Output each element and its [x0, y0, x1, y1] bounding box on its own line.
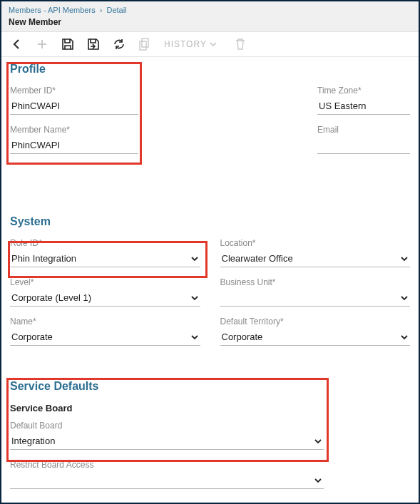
restrict-board-label: Restrict Board Access	[10, 460, 324, 470]
service-defaults-title: Service Defaults	[10, 380, 410, 393]
system-title: System	[10, 215, 410, 228]
default-board-select[interactable]	[11, 436, 311, 446]
role-id-label: Role ID*	[10, 238, 200, 248]
page-title: New Member	[9, 17, 411, 27]
back-icon[interactable]	[10, 38, 23, 51]
name-label: Name*	[10, 317, 200, 326]
member-name-input[interactable]	[11, 140, 137, 150]
copy-icon	[138, 38, 151, 51]
system-section: System Role ID* Level*	[10, 215, 410, 356]
location-select[interactable]	[222, 253, 398, 264]
refresh-icon[interactable]	[113, 38, 126, 51]
time-zone-label: Time Zone*	[317, 86, 410, 96]
chevron-down-icon[interactable]	[400, 333, 409, 341]
member-id-field: Member ID*	[10, 86, 138, 115]
business-unit-select[interactable]	[222, 292, 398, 303]
role-id-field: Role ID*	[10, 238, 200, 267]
level-field: Level*	[10, 277, 200, 307]
email-input[interactable]	[319, 140, 420, 150]
default-board-label: Default Board	[10, 421, 324, 431]
default-territory-label: Default Territory*	[220, 317, 411, 326]
location-field: Location*	[220, 238, 411, 267]
member-id-label: Member ID*	[10, 86, 138, 96]
chevron-down-icon[interactable]	[190, 333, 199, 341]
name-field: Name*	[10, 317, 200, 346]
breadcrumb-separator: ›	[100, 6, 103, 14]
chevron-down-icon[interactable]	[400, 294, 409, 302]
save-and-close-icon[interactable]	[87, 38, 100, 51]
default-territory-select[interactable]	[222, 331, 398, 342]
delete-icon	[234, 38, 247, 51]
business-unit-field: Business Unit*	[220, 277, 411, 307]
level-label: Level*	[10, 277, 200, 287]
chevron-down-icon	[210, 41, 217, 48]
breadcrumb-parent[interactable]: Members - API Members	[9, 6, 96, 14]
level-select[interactable]	[11, 292, 188, 303]
member-name-field: Member Name*	[10, 125, 138, 154]
save-icon[interactable]	[61, 38, 74, 51]
chevron-down-icon[interactable]	[314, 437, 322, 446]
history-button: HISTORY	[164, 39, 217, 49]
email-label: Email	[317, 125, 410, 135]
profile-title: Profile	[10, 63, 410, 76]
time-zone-field: Time Zone*	[317, 86, 410, 115]
default-territory-field: Default Territory*	[220, 317, 411, 346]
svg-rect-1	[140, 41, 146, 50]
location-label: Location*	[220, 238, 411, 248]
default-board-field: Default Board	[10, 421, 324, 450]
time-zone-input[interactable]	[319, 101, 420, 111]
chevron-down-icon[interactable]	[190, 254, 199, 263]
name-select[interactable]	[11, 331, 188, 342]
business-unit-label: Business Unit*	[220, 277, 411, 287]
service-board-title: Service Board	[10, 403, 410, 413]
role-id-select[interactable]	[11, 253, 188, 264]
chevron-down-icon[interactable]	[190, 294, 199, 302]
svg-rect-0	[142, 38, 148, 47]
header-bar: Members - API Members › Detail New Membe…	[1, 1, 419, 32]
content: Profile Member ID* Member Name*	[1, 57, 419, 504]
member-name-label: Member Name*	[10, 125, 138, 135]
chevron-down-icon[interactable]	[400, 254, 409, 263]
restrict-board-field: Restrict Board Access	[10, 460, 324, 489]
restrict-board-select[interactable]	[11, 475, 311, 485]
history-label: HISTORY	[164, 39, 207, 49]
toolbar: HISTORY	[1, 32, 419, 57]
breadcrumb-current: Detail	[106, 6, 126, 14]
breadcrumb: Members - API Members › Detail	[9, 6, 411, 14]
member-id-input[interactable]	[11, 101, 137, 111]
email-field: Email	[317, 125, 410, 154]
chevron-down-icon[interactable]	[314, 476, 322, 485]
plus-icon	[36, 38, 48, 51]
profile-section: Profile Member ID* Member Name*	[10, 63, 410, 164]
service-defaults-section: Service Defaults Service Board Default B…	[10, 380, 410, 489]
